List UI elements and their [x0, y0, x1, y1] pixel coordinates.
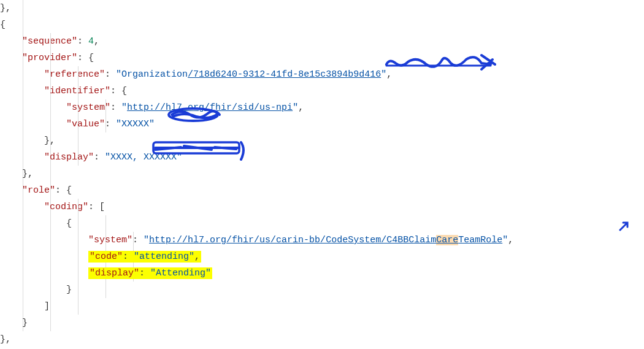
json-string: Organization	[121, 69, 188, 80]
json-key: "value"	[66, 119, 105, 129]
search-highlight: Care	[436, 235, 458, 245]
json-key: "role"	[22, 185, 55, 196]
code-line: "system": "http://hl7.org/fhir/us/carin-…	[0, 232, 644, 248]
code-line: "role": {	[0, 182, 644, 199]
json-key: "coding"	[44, 202, 88, 212]
json-key: "identifier"	[44, 86, 110, 96]
npi-system-link[interactable]: http://hl7.org/fhir/sid/us-npi	[127, 102, 293, 113]
code-line: "sequence": 4,	[0, 33, 644, 50]
code-line: "code": "attending",	[0, 248, 644, 265]
quote: "	[293, 102, 298, 113]
reference-link[interactable]: /718d6240-9312-41fd-8e1	[188, 69, 315, 80]
code-line: }	[0, 315, 644, 331]
json-key: "system"	[88, 235, 132, 245]
redacted-display: XXXX, XXXXXX	[110, 152, 177, 163]
code-line: "reference": "Organization/718d6240-9312…	[0, 66, 644, 83]
code-line: {	[0, 215, 644, 232]
quote: "	[381, 69, 386, 80]
code-line: "system": "http://hl7.org/fhir/sid/us-np…	[0, 99, 644, 116]
role-system-link[interactable]: http://hl7.org/fhir/us/carin-bb/CodeSyst…	[149, 235, 502, 245]
quote: "	[144, 235, 149, 245]
json-key: "reference"	[44, 69, 105, 80]
json-key: "system"	[66, 102, 110, 113]
code-line: },	[0, 0, 644, 17]
highlight: "display": "Attending"	[88, 267, 212, 279]
redacted-value: XXXXX	[121, 119, 149, 129]
json-key: "provider"	[22, 53, 77, 63]
reference-link-redacted[interactable]: 5c3894b9d416	[315, 69, 381, 80]
code-line: "display": "Attending"	[0, 265, 644, 282]
quote: "	[105, 152, 110, 163]
code-line: "display": "XXXX, XXXXXX"	[0, 149, 644, 166]
highlight: "code": "attending",	[88, 251, 201, 263]
json-number: 4	[88, 36, 94, 47]
code-line: }	[0, 282, 644, 298]
json-key: "code"	[90, 251, 123, 262]
quote: "	[149, 119, 155, 129]
json-key: "display"	[44, 152, 94, 163]
code-line: "provider": {	[0, 50, 644, 66]
quote: "	[116, 119, 121, 129]
json-string: "attending"	[134, 251, 194, 262]
code-line: {	[0, 17, 644, 33]
quote: "	[177, 152, 182, 163]
code-line: "identifier": {	[0, 83, 644, 99]
json-key: "display"	[90, 268, 139, 278]
quote: "	[121, 102, 127, 113]
code-line: ]	[0, 298, 644, 315]
code-line: },	[0, 166, 644, 182]
code-line: },	[0, 132, 644, 149]
code-line: "coding": [	[0, 199, 644, 215]
code-line: },	[0, 331, 644, 348]
quote: "	[116, 69, 121, 80]
json-code-block: }, { "sequence": 4, "provider": { "refer…	[0, 0, 644, 349]
json-string: "Attending"	[150, 268, 211, 278]
code-line: "value": "XXXXX"	[0, 116, 644, 132]
quote: "	[502, 235, 508, 245]
